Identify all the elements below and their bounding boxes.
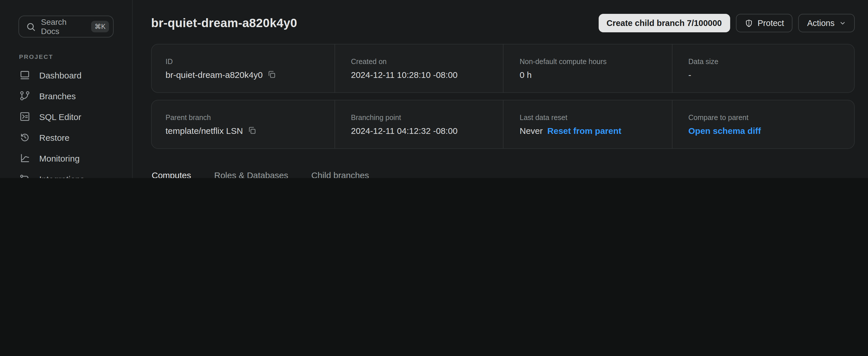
sidebar-item-label: Integrations: [39, 174, 85, 178]
detail-data-size: Data size -: [672, 44, 840, 92]
detail-id: ID br-quiet-dream-a820k4y0: [165, 44, 334, 92]
restore-history-icon: [19, 131, 31, 143]
detail-label: Last data reset: [520, 113, 672, 121]
sidebar-item-label: SQL Editor: [39, 112, 81, 121]
search-icon: [26, 22, 36, 31]
search-label: Search Docs: [41, 17, 86, 36]
branch-id-value: br-quiet-dream-a820k4y0: [165, 69, 263, 79]
last-reset-value: Never: [520, 125, 543, 135]
detail-parent-branch: Parent branch template/netflix LSN: [165, 100, 334, 148]
actions-menu-button[interactable]: Actions: [799, 14, 855, 32]
tab-computes[interactable]: Computes: [151, 170, 192, 178]
integrations-icon: [19, 173, 31, 178]
reset-from-parent-link[interactable]: Reset from parent: [547, 125, 621, 135]
detail-label: Compare to parent: [688, 113, 840, 121]
copy-icon[interactable]: [247, 126, 257, 135]
sidebar-item-label: Monitoring: [39, 153, 80, 163]
detail-label: Data size: [688, 57, 840, 65]
branches-icon: [19, 90, 31, 101]
branch-details-card: ID br-quiet-dream-a820k4y0 Created on 20…: [151, 44, 855, 93]
shield-icon: [744, 19, 753, 27]
compute-hours-value: 0 h: [520, 69, 672, 79]
parent-details-card: Parent branch template/netflix LSN Branc…: [151, 100, 855, 149]
detail-label: Created on: [351, 57, 503, 65]
open-schema-diff-link[interactable]: Open schema diff: [688, 125, 761, 135]
sidebar-item-integrations[interactable]: Integrations: [0, 169, 132, 178]
created-on-value: 2024-12-11 10:28:10 -08:00: [351, 69, 503, 79]
parent-branch-value: template/netflix LSN: [165, 125, 243, 135]
detail-created-on: Created on 2024-12-11 10:28:10 -08:00: [334, 44, 503, 92]
sidebar-item-sql-editor[interactable]: SQL Editor: [0, 106, 132, 127]
monitoring-chart-icon: [19, 152, 31, 164]
copy-icon[interactable]: [267, 70, 277, 79]
branch-tabs: Computes Roles & Databases Child branche…: [151, 170, 855, 178]
sidebar-item-branches[interactable]: Branches: [0, 85, 132, 106]
app-window: Search Docs ⌘K PROJECT Dashboard Branche…: [0, 0, 868, 178]
detail-last-data-reset: Last data reset Never Reset from parent: [503, 100, 672, 148]
detail-compare-to-parent: Compare to parent Open schema diff: [672, 100, 840, 148]
detail-label: Branching point: [351, 113, 503, 121]
sql-editor-icon: [19, 111, 31, 122]
sidebar-item-restore[interactable]: Restore: [0, 127, 132, 148]
detail-branching-point: Branching point 2024-12-11 04:12:32 -08:…: [334, 100, 503, 148]
detail-label: Non-default compute hours: [520, 57, 672, 65]
protect-button[interactable]: Protect: [736, 14, 793, 32]
actions-label: Actions: [807, 19, 835, 28]
chevron-down-icon: [839, 20, 846, 27]
page-header: br-quiet-dream-a820k4y0 Create child bra…: [151, 14, 855, 32]
search-docs-button[interactable]: Search Docs ⌘K: [19, 16, 114, 37]
sidebar-item-dashboard[interactable]: Dashboard: [0, 65, 132, 85]
protect-label: Protect: [757, 19, 784, 28]
sidebar: Search Docs ⌘K PROJECT Dashboard Branche…: [0, 0, 133, 178]
branching-point-value: 2024-12-11 04:12:32 -08:00: [351, 125, 503, 135]
header-actions: Create child branch 7/100000 Protect Act…: [598, 14, 855, 32]
dashboard-icon: [19, 69, 31, 81]
sidebar-item-label: Branches: [39, 91, 76, 101]
detail-label: Parent branch: [165, 113, 334, 121]
section-label-project: PROJECT: [19, 53, 132, 60]
search-shortcut-badge: ⌘K: [91, 21, 109, 32]
data-size-value: -: [688, 69, 840, 79]
main-content: br-quiet-dream-a820k4y0 Create child bra…: [133, 0, 868, 178]
tab-roles-databases[interactable]: Roles & Databases: [214, 170, 289, 178]
tab-child-branches[interactable]: Child branches: [311, 170, 370, 178]
detail-compute-hours: Non-default compute hours 0 h: [503, 44, 672, 92]
page-title: br-quiet-dream-a820k4y0: [151, 16, 297, 30]
sidebar-item-label: Restore: [39, 132, 69, 142]
create-child-branch-button[interactable]: Create child branch 7/100000: [598, 14, 730, 32]
detail-label: ID: [165, 57, 334, 65]
sidebar-item-monitoring[interactable]: Monitoring: [0, 148, 132, 169]
sidebar-item-label: Dashboard: [39, 70, 82, 80]
